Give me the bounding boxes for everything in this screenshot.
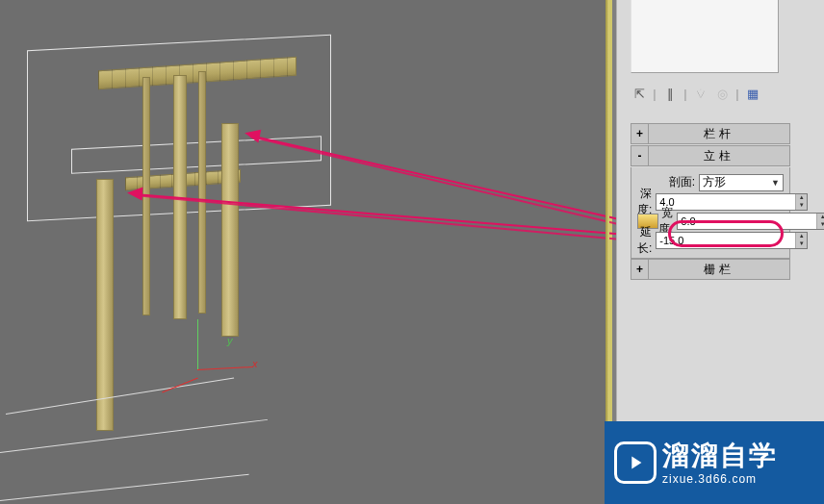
toolbar-separator: | (652, 85, 657, 102)
extend-label: 延长: (637, 224, 656, 257)
toolbar-separator: | (734, 85, 740, 102)
axis-z (162, 378, 197, 393)
rollout-toggle[interactable]: - (631, 146, 649, 165)
spin-down-icon[interactable]: ▼ (817, 221, 824, 229)
ground-line (0, 474, 249, 501)
depth-input[interactable] (657, 194, 795, 210)
profile-dropdown[interactable]: 方形 ▼ (699, 174, 784, 191)
toolbar-separator: | (682, 85, 688, 102)
scene-3d: x y (0, 0, 609, 504)
axis-y-label: y (227, 335, 233, 346)
preview-thumbnail (631, 0, 779, 73)
rollout-toggle[interactable]: + (631, 260, 649, 279)
depth-spinner[interactable]: ▲▼ (656, 193, 808, 211)
arrowhead (244, 126, 262, 142)
panel-toolbar: ⇱ | ‖ | ⩒ ◎ | ▦ (631, 85, 792, 102)
pause-icon[interactable]: ‖ (661, 85, 679, 102)
spin-up-icon[interactable]: ▲ (817, 214, 824, 221)
spin-down-icon[interactable]: ▼ (796, 240, 807, 248)
watermark: 溜溜自学 zixue.3d66.com (605, 421, 824, 504)
post-right-tall (221, 123, 239, 337)
spin-up-icon[interactable]: ▲ (796, 194, 807, 202)
watermark-title: 溜溜自学 (662, 440, 778, 472)
key-icon[interactable]: ⩒ (692, 85, 709, 102)
ground-line (6, 377, 234, 415)
profile-value: 方形 (703, 174, 726, 190)
pin-icon[interactable]: ⇱ (631, 85, 648, 102)
rollout-title: 栏杆 (649, 126, 789, 142)
ground-line (0, 419, 268, 453)
rollout-title: 栅栏 (649, 262, 789, 278)
axis-y (197, 319, 198, 369)
profile-label: 剖面: (660, 174, 699, 190)
arrowhead (127, 186, 143, 200)
rollout-railing[interactable]: + 栏杆 (631, 123, 790, 144)
rollout-title: 立柱 (649, 148, 789, 164)
post-left-tall (96, 179, 114, 431)
rollout-fence[interactable]: + 栅栏 (631, 259, 790, 280)
watermark-sub: zixue.3d66.com (662, 472, 778, 486)
circle-icon[interactable]: ◎ (713, 85, 731, 102)
axis-x (197, 366, 253, 370)
spin-down-icon[interactable]: ▼ (796, 202, 807, 210)
post-inner-3 (198, 71, 206, 314)
axis-x-label: x (252, 358, 258, 369)
play-logo-icon (614, 441, 657, 484)
annotation-highlight (668, 220, 784, 247)
chevron-down-icon: ▼ (771, 178, 780, 188)
viewport-3d[interactable]: x y (0, 0, 612, 504)
rollout-post[interactable]: - 立柱 (631, 145, 790, 166)
rollout-toggle[interactable]: + (631, 124, 649, 143)
spin-up-icon[interactable]: ▲ (796, 233, 807, 240)
annotation-arrow (135, 193, 685, 240)
grid-icon[interactable]: ▦ (744, 85, 761, 102)
